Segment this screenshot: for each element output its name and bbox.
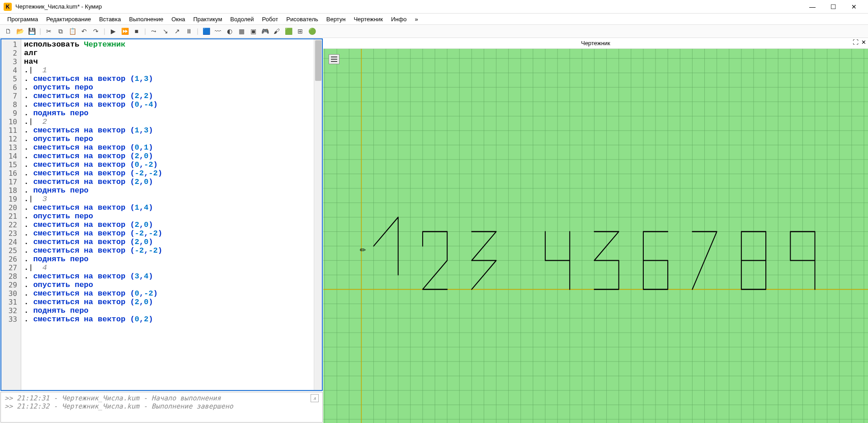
code-line[interactable]: . опустить перо bbox=[24, 281, 311, 289]
line-gutter: 1234567891011121314151617181920212223242… bbox=[1, 39, 21, 390]
menubar: ПрограммаРедактированиеВставкаВыполнение… bbox=[0, 14, 868, 24]
code-line[interactable]: . сместиться на вектор (1,3) bbox=[24, 75, 311, 83]
module-icon-10[interactable]: 🟢 bbox=[307, 26, 317, 37]
menu-item[interactable]: Редактирование bbox=[43, 15, 94, 24]
module-icon-4[interactable]: ▦ bbox=[236, 26, 247, 37]
svg-rect-0 bbox=[323, 49, 868, 423]
code-line[interactable]: . сместиться на вектор (3,4) bbox=[24, 272, 311, 281]
code-line[interactable]: . сместиться на вектор (0,-2) bbox=[24, 160, 311, 169]
step-over-icon[interactable]: ⤳ bbox=[148, 26, 159, 37]
code-line[interactable]: . опустить перо bbox=[24, 135, 311, 143]
menu-item[interactable]: Вставка bbox=[96, 15, 123, 24]
menu-item[interactable]: Рисователь bbox=[283, 15, 321, 24]
copy-icon[interactable]: ⧉ bbox=[55, 26, 66, 37]
console-scroll-up[interactable]: ∧ bbox=[311, 394, 319, 402]
code-line[interactable]: использовать Чертежник bbox=[24, 40, 311, 49]
code-line[interactable]: . сместиться на вектор (2,0) bbox=[24, 152, 311, 160]
code-line[interactable]: . сместиться на вектор (2,0) bbox=[24, 178, 311, 186]
menu-item[interactable]: Чертежник bbox=[351, 15, 386, 24]
menu-item[interactable]: Робот bbox=[259, 15, 281, 24]
module-icon-8[interactable]: 🟩 bbox=[283, 26, 294, 37]
module-icon-2[interactable]: 〰 bbox=[212, 26, 223, 37]
maximize-button[interactable]: ☐ bbox=[823, 0, 844, 14]
code-line[interactable]: . опустить перо bbox=[24, 83, 311, 92]
separator: | bbox=[195, 26, 200, 37]
code-line[interactable]: . сместиться на вектор (0,1) bbox=[24, 143, 311, 152]
code-line[interactable]: . сместиться на вектор (2,0) bbox=[24, 238, 311, 246]
module-icon-7[interactable]: 🖌 bbox=[271, 26, 282, 37]
menu-item[interactable]: Вертун bbox=[324, 15, 349, 24]
module-icon-5[interactable]: ▣ bbox=[248, 26, 259, 37]
drawing-canvas bbox=[323, 49, 868, 423]
code-line[interactable]: . сместиться на вектор (0,-4) bbox=[24, 100, 311, 109]
code-line[interactable]: . поднять перо bbox=[24, 109, 311, 118]
module-icon-6[interactable]: 🎮 bbox=[259, 26, 270, 37]
code-line[interactable]: . сместиться на вектор (2,0) bbox=[24, 221, 311, 229]
app-icon: K bbox=[4, 3, 12, 11]
menu-item[interactable]: Практикум bbox=[190, 15, 225, 24]
code-line[interactable]: .| 4 bbox=[24, 263, 311, 272]
module-icon-9[interactable]: ⊞ bbox=[295, 26, 306, 37]
menu-item[interactable]: » bbox=[412, 15, 420, 24]
save-file-icon[interactable]: 💾 bbox=[26, 26, 37, 37]
scroll-thumb[interactable] bbox=[315, 40, 321, 81]
scrollbar[interactable] bbox=[314, 39, 322, 390]
stop-icon[interactable]: ■ bbox=[131, 26, 142, 37]
code-line[interactable]: . поднять перо bbox=[24, 306, 311, 315]
minimize-button[interactable]: ― bbox=[802, 0, 823, 14]
console-line: >> 21:12:32 - Чертежник_Числа.kum - Выпо… bbox=[5, 402, 311, 410]
code-line[interactable]: . сместиться на вектор (1,3) bbox=[24, 126, 311, 135]
cut-icon[interactable]: ✂ bbox=[43, 26, 54, 37]
code-line[interactable]: . сместиться на вектор (2,0) bbox=[24, 298, 311, 306]
undo-icon[interactable]: ↶ bbox=[79, 26, 90, 37]
code-line[interactable]: . сместиться на вектор (-2,-2) bbox=[24, 169, 311, 178]
canvas-title: Чертежник bbox=[581, 40, 610, 47]
code-line[interactable]: . поднять перо bbox=[24, 255, 311, 263]
pause-icon[interactable]: ⏸ bbox=[184, 26, 194, 37]
code-area[interactable]: использовать Чертежникалгнач.| 1. смести… bbox=[21, 39, 314, 390]
code-editor[interactable]: 1234567891011121314151617181920212223242… bbox=[0, 38, 323, 391]
module-icon-1[interactable]: 🟦 bbox=[201, 26, 212, 37]
menu-item[interactable]: Программа bbox=[5, 15, 41, 24]
new-file-icon[interactable]: 🗋 bbox=[3, 26, 14, 37]
step-out-icon[interactable]: ↗ bbox=[172, 26, 183, 37]
menu-item[interactable]: Инфо bbox=[388, 15, 409, 24]
window-title: Чертежник_Числа.kum* - Кумир bbox=[15, 3, 802, 10]
code-line[interactable]: . сместиться на вектор (-2,-2) bbox=[24, 229, 311, 238]
code-line[interactable]: .| 3 bbox=[24, 195, 311, 203]
code-line[interactable]: . сместиться на вектор (1,4) bbox=[24, 203, 311, 212]
step-into-icon[interactable]: ↘ bbox=[160, 26, 171, 37]
code-line[interactable]: .| 2 bbox=[24, 118, 311, 126]
module-icon-3[interactable]: ◐ bbox=[224, 26, 235, 37]
canvas-maximize-icon[interactable]: ⛶ bbox=[853, 39, 859, 46]
separator: | bbox=[38, 26, 42, 37]
code-line[interactable]: . опустить перо bbox=[24, 212, 311, 221]
separator: | bbox=[102, 26, 107, 37]
code-line[interactable]: алг bbox=[24, 49, 311, 57]
separator: | bbox=[143, 26, 147, 37]
canvas-area[interactable]: ✎ bbox=[323, 49, 868, 423]
canvas-menu-icon[interactable] bbox=[329, 54, 340, 64]
menu-item[interactable]: Выполнение bbox=[126, 15, 166, 24]
paste-icon[interactable]: 📋 bbox=[67, 26, 78, 37]
code-line[interactable]: . сместиться на вектор (-2,-2) bbox=[24, 246, 311, 255]
code-line[interactable]: .| 1 bbox=[24, 66, 311, 75]
close-button[interactable]: ✕ bbox=[844, 0, 864, 14]
canvas-title-bar: Чертежник ⛶ ✕ bbox=[323, 38, 868, 49]
titlebar: K Чертежник_Числа.kum* - Кумир ― ☐ ✕ bbox=[0, 0, 868, 14]
console: >> 21:12:31 - Чертежник_Числа.kum - Нача… bbox=[0, 392, 323, 423]
code-line[interactable]: . сместиться на вектор (2,2) bbox=[24, 92, 311, 100]
menu-item[interactable]: Окна bbox=[169, 15, 188, 24]
redo-icon[interactable]: ↷ bbox=[90, 26, 101, 37]
menu-item[interactable]: Водолей bbox=[227, 15, 256, 24]
console-line: >> 21:12:31 - Чертежник_Числа.kum - Нача… bbox=[5, 394, 311, 402]
code-line[interactable]: . поднять перо bbox=[24, 186, 311, 195]
run-fast-icon[interactable]: ⏩ bbox=[119, 26, 130, 37]
code-line[interactable]: нач bbox=[24, 57, 311, 66]
toolbar: 🗋 📂 💾 | ✂ ⧉ 📋 ↶ ↷ | ▶ ⏩ ■ | ⤳ ↘ ↗ ⏸ | 🟦 … bbox=[0, 24, 868, 38]
open-file-icon[interactable]: 📂 bbox=[14, 26, 25, 37]
run-icon[interactable]: ▶ bbox=[108, 26, 118, 37]
code-line[interactable]: . сместиться на вектор (0,-2) bbox=[24, 289, 311, 298]
canvas-close-icon[interactable]: ✕ bbox=[861, 39, 866, 46]
code-line[interactable]: . сместиться на вектор (0,2) bbox=[24, 315, 311, 324]
